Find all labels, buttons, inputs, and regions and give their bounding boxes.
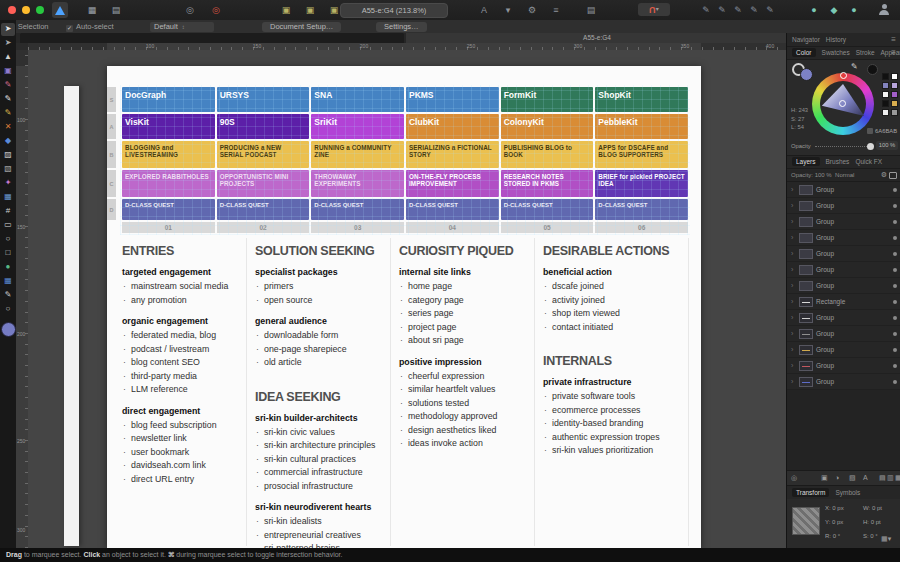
- settings-button[interactable]: Settings…: [376, 22, 427, 32]
- opacity-knob[interactable]: [867, 143, 874, 150]
- tab-swatches[interactable]: Swatches: [822, 49, 850, 56]
- hamburger-menu-icon[interactable]: ≡: [891, 48, 896, 57]
- rectangle-tool[interactable]: ▭: [1, 219, 15, 232]
- color-swatch[interactable]: [882, 82, 889, 89]
- character-icon[interactable]: A: [476, 3, 492, 17]
- color-swatch[interactable]: [891, 91, 898, 98]
- point-transform-tool[interactable]: ▲: [1, 51, 15, 64]
- vertical-ruler[interactable]: 100150200250300: [16, 50, 28, 548]
- document-page[interactable]: SABCD DocGraphURSYSSNAPKMSFormKitShopKit…: [107, 66, 701, 548]
- text-column[interactable]: ENTRIEStargeted engagementmainstream soc…: [122, 244, 252, 486]
- layer-visibility-dot[interactable]: [893, 380, 897, 384]
- color-swatch[interactable]: [891, 73, 898, 80]
- zoom-tool[interactable]: ○: [1, 303, 15, 316]
- rounded-rectangle-tool[interactable]: □: [1, 247, 15, 260]
- fill-color-indicator[interactable]: [800, 68, 813, 81]
- color-swatch[interactable]: [891, 109, 898, 116]
- matrix-cell[interactable]: SriKit: [311, 114, 404, 139]
- matrix-cell[interactable]: ColonyKit: [501, 114, 594, 139]
- matrix-cell[interactable]: PUBLISHING BLOG to BOOK: [501, 141, 594, 168]
- matrix-cell[interactable]: RUNNING a COMMUNITY ZINE: [311, 141, 404, 168]
- expand-chevron-icon[interactable]: ›: [791, 186, 796, 193]
- shapes-icon[interactable]: ◆: [826, 3, 842, 17]
- close-window-button[interactable]: [8, 6, 16, 14]
- tab-symbols[interactable]: Symbols: [835, 489, 860, 496]
- matrix-cell[interactable]: RESEARCH NOTES STORED IN PKMS: [501, 170, 594, 197]
- mask-icon[interactable]: ▣: [821, 471, 828, 485]
- preset-dropdown[interactable]: Default↕: [150, 22, 214, 32]
- expand-chevron-icon[interactable]: ›: [791, 202, 796, 209]
- account-person-icon[interactable]: [878, 4, 890, 16]
- adjustment-icon[interactable]: ◑: [835, 471, 839, 485]
- hue-marker[interactable]: [840, 72, 847, 79]
- tab-transform[interactable]: Transform: [792, 488, 829, 497]
- matrix-cell[interactable]: BRIEF for pickled PROJECT IDEA: [595, 170, 688, 197]
- matrix-cell[interactable]: D-CLASS QUEST: [406, 199, 499, 220]
- matrix-cell[interactable]: D-CLASS QUEST: [122, 199, 215, 220]
- expand-chevron-icon[interactable]: ›: [791, 362, 796, 369]
- layer-visibility-dot[interactable]: [893, 268, 897, 272]
- fill-tool[interactable]: ◆: [1, 135, 15, 148]
- expand-chevron-icon[interactable]: ›: [791, 250, 796, 257]
- document-tab-active[interactable]: [20, 33, 404, 43]
- layer-row[interactable]: ›Group: [787, 230, 900, 246]
- matrix-cell[interactable]: URSYS: [217, 87, 310, 112]
- matrix-cell[interactable]: D-CLASS QUEST: [595, 199, 688, 220]
- expand-chevron-icon[interactable]: ›: [791, 330, 796, 337]
- shade-marker[interactable]: [839, 100, 846, 107]
- layer-visibility-dot[interactable]: [893, 300, 897, 304]
- text-column[interactable]: SOLUTION SEEKINGspecialist packagesprime…: [255, 244, 385, 556]
- insert-pen-icon-2[interactable]: ✎: [714, 3, 730, 17]
- layer-row[interactable]: ›Group: [787, 246, 900, 262]
- app-icon[interactable]: [52, 2, 68, 18]
- place-image-tool[interactable]: ▦: [1, 191, 15, 204]
- expand-chevron-icon[interactable]: ›: [791, 378, 796, 385]
- matrix-cell[interactable]: PebbleKit: [595, 114, 688, 139]
- color-picker-tool[interactable]: ✎: [1, 289, 15, 302]
- matrix-cell[interactable]: SNA: [311, 87, 404, 112]
- transform-field[interactable]: X: 0 px: [825, 505, 844, 511]
- tab-history[interactable]: History: [826, 36, 846, 43]
- layer-row[interactable]: ›Group: [787, 214, 900, 230]
- layer-row[interactable]: ›Group: [787, 198, 900, 214]
- expand-chevron-icon[interactable]: ›: [791, 234, 796, 241]
- text-column[interactable]: DESIRABLE ACTIONSbeneficial actiondscafe…: [543, 244, 673, 458]
- matrix-cell[interactable]: BLOGGING and LIVESTREAMING: [122, 141, 215, 168]
- color-swatch[interactable]: [882, 109, 889, 116]
- secondary-color-dot[interactable]: [867, 64, 878, 75]
- ellipse-tool[interactable]: ○: [1, 233, 15, 246]
- color-swatch[interactable]: [882, 91, 889, 98]
- matrix-cell[interactable]: ClubKit: [406, 114, 499, 139]
- history-icon[interactable]: ◎: [182, 3, 198, 17]
- blend-mode-dropdown[interactable]: Normal: [835, 172, 854, 178]
- layer-row[interactable]: ›Group: [787, 374, 900, 390]
- anchor-grid-icon[interactable]: ▦▾: [881, 535, 895, 543]
- matrix-cell[interactable]: PKMS: [406, 87, 499, 112]
- expand-chevron-icon[interactable]: ›: [791, 218, 796, 225]
- text-frame-icon[interactable]: A: [863, 471, 868, 485]
- auto-select-checkbox[interactable]: ✓Auto-select: [66, 20, 114, 33]
- matrix-cell[interactable]: D-CLASS QUEST: [501, 199, 594, 220]
- export-persona-icon[interactable]: ▤: [108, 3, 124, 17]
- fx-icon[interactable]: ▧: [849, 471, 856, 485]
- transform-field[interactable]: S: 0 °: [863, 533, 878, 539]
- node-tool[interactable]: ➤: [1, 37, 15, 50]
- tab-quick-fx[interactable]: Quick FX: [855, 158, 882, 165]
- tab-stroke[interactable]: Stroke: [856, 49, 875, 56]
- current-fill-swatch[interactable]: [1, 322, 16, 337]
- assets-icon[interactable]: ●: [846, 3, 862, 17]
- matrix-cell[interactable]: SERIALIZING a FICTIONAL STORY: [406, 141, 499, 168]
- snap-grid-icon[interactable]: ▣: [326, 3, 342, 17]
- matrix-cell[interactable]: FormKit: [501, 87, 594, 112]
- expand-chevron-icon[interactable]: ›: [791, 282, 796, 289]
- minimize-window-button[interactable]: [22, 6, 30, 14]
- layer-lock-icon[interactable]: [889, 172, 897, 179]
- matrix-cell[interactable]: ShopKit: [595, 87, 688, 112]
- layer-row[interactable]: ›Group: [787, 262, 900, 278]
- layer-gear-icon[interactable]: ⚙: [881, 168, 887, 182]
- gradient-tool[interactable]: ▨: [1, 149, 15, 162]
- table-tool[interactable]: ▦: [1, 275, 15, 288]
- tab-appearance[interactable]: Appearance: [881, 49, 900, 56]
- transform-field[interactable]: Y: 0 px: [825, 519, 843, 525]
- color-swatch[interactable]: [891, 100, 898, 107]
